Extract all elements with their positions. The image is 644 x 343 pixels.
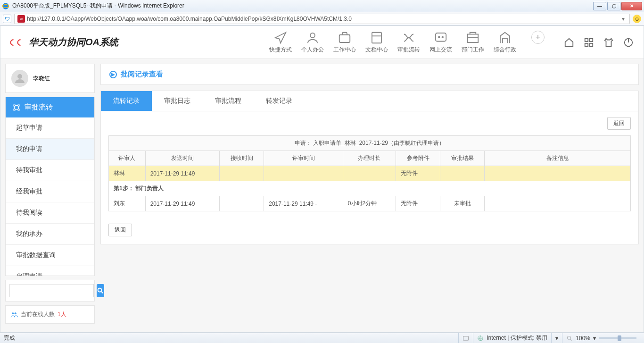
- favicon-icon: ∞: [17, 15, 25, 23]
- window-titlebar: OA8000平台版_FPLMYSQL5--我的申请 - Windows Inte…: [0, 0, 644, 12]
- minimize-button[interactable]: —: [593, 2, 606, 10]
- emoji-icon[interactable]: ☺: [633, 15, 641, 23]
- security-shield-icon[interactable]: 🛡: [3, 15, 11, 23]
- address-bar: 🛡 ∞ http://127.0.0.1/OAapp/WebObjects/OA…: [0, 12, 644, 25]
- url-field[interactable]: ∞ http://127.0.0.1/OAapp/WebObjects/OAap…: [14, 14, 630, 24]
- svg-point-0: [2, 3, 8, 9]
- maximize-button[interactable]: ▢: [607, 2, 620, 10]
- ie-icon: [2, 2, 9, 10]
- url-dropdown-icon[interactable]: ▾: [620, 16, 627, 22]
- window-title: OA8000平台版_FPLMYSQL5--我的申请 - Windows Inte…: [12, 2, 593, 10]
- close-button[interactable]: ✕: [621, 2, 642, 10]
- url-text: http://127.0.0.1/OAapp/WebObjects/OAapp.…: [27, 16, 618, 22]
